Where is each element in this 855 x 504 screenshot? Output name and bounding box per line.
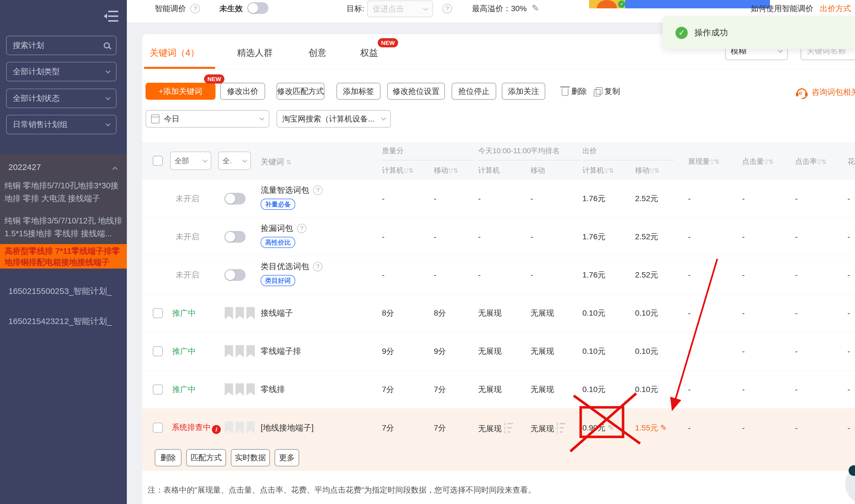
col-bid-mobile[interactable]: 移动▽⇅ [635,165,659,175]
cell-bid-pc: 0.10元 [582,346,606,357]
edit-bid-icon[interactable]: ✎ [608,424,614,432]
chevron-down-icon [105,95,110,100]
sidebar-item-plan[interactable]: 纯铜 零地排5/7/10孔地排3*30接地排 零排 大电流 接线端子 [4,179,123,205]
copy-label: 复制 [605,86,620,97]
tab-audience[interactable]: 精选人群 [237,47,273,59]
search-icon [104,42,110,49]
row-checkbox[interactable] [153,384,163,395]
edit-bid-button[interactable]: 修改出价 [220,83,265,100]
row-status: 未开启 [176,270,199,280]
sidebar-collapse-icon[interactable] [104,10,119,24]
bid-mode-link[interactable]: 出价方式 [820,3,851,14]
footer-delete-button[interactable]: 删除 [155,449,181,466]
col-cost[interactable]: 花 [848,157,855,166]
help-icon[interactable]: ? [313,185,322,195]
plan-status-select[interactable]: 全部计划状态 [6,89,117,108]
col-ctr[interactable]: 点击率▽⇅ [795,157,826,166]
col-rank-pc[interactable]: 计算机 [478,165,500,175]
footer-realtime-button[interactable]: 实时数据 [231,449,270,466]
sort-icon: ⇅ [715,158,719,165]
col-clicks[interactable]: 点击量▽⇅ [742,157,773,166]
sidebar-item-plan[interactable]: 纯铜 零地排3/5/7/10/12孔 地线排1.5*15接地排 零线排 接线端.… [4,214,123,240]
col-impressions[interactable]: 展现量▽⇅ [688,157,719,166]
cell-impressions: - [688,194,691,203]
smart-pricing-help-link[interactable]: 如何使用智能调价 [751,3,813,14]
sidebar-item-plan[interactable]: 1650215423212_智能计划_ [8,316,111,327]
sort-icon: ⇅ [654,167,659,174]
keyword-name: [地线接地端子] [261,422,314,433]
cell-quality-pc: - [382,232,384,241]
bookmark-flags [225,307,255,319]
cell-quality-mobile: 7分 [434,422,446,433]
row-toggle[interactable] [224,269,246,281]
col-quality-mobile[interactable]: 移动▽⇅ [434,165,458,175]
row-checkbox[interactable] [153,308,163,318]
row-checkbox[interactable] [153,422,163,433]
edit-bid-icon[interactable]: ✎ [660,424,667,432]
info-icon[interactable]: i [212,425,221,434]
consult-wordpack-link[interactable]: e 咨询词包相关问 [795,85,855,100]
target-select[interactable]: 促进点击 [367,1,433,17]
target-value: 促进点击 [373,4,404,14]
edit-match-button[interactable]: 修改匹配方式 [277,83,325,100]
plan-group-select[interactable]: 日常销售计划组 [6,115,117,134]
row-toggle[interactable] [224,231,246,243]
cell-clicks: - [742,309,745,318]
col-bid-pc[interactable]: 计算机▽⇅ [582,165,614,175]
col-rank-mobile[interactable]: 移动 [530,165,545,175]
tab-creative[interactable]: 创意 [309,47,327,59]
row-checkbox[interactable] [153,346,163,356]
cell-bid-mobile: 2.52元 [635,232,658,242]
edit-position-button[interactable]: 修改抢位设置 [387,83,445,100]
bookmark-icon [235,345,244,357]
cell-impressions: - [688,347,691,356]
cell-rank-mobile: - [530,271,533,280]
cell-bid-pc: 1.76元 [582,232,606,242]
cell-clicks: - [742,271,745,280]
stop-position-button[interactable]: 抢位停止 [452,83,496,100]
header-filter-select[interactable]: 全部 [170,151,211,170]
delete-button[interactable]: 删除 [562,86,587,97]
help-icon[interactable]: ? [442,4,452,13]
plan-search-input[interactable]: 搜索计划 [6,36,117,55]
edit-premium-icon[interactable]: ✎ [531,3,539,13]
add-tag-button[interactable]: 添加标签 [336,83,381,100]
footer-more-button[interactable]: 更多 [275,449,299,466]
help-icon[interactable]: ? [297,224,307,233]
plan-group-title[interactable]: 2022427 [8,162,41,172]
smart-pricing-label: 智能调价 [155,3,186,14]
select-all-checkbox[interactable] [153,156,163,166]
headset-icon: e [795,85,809,100]
header-filter2-select[interactable]: 全. [218,151,251,170]
cell-rank-mobile: 无展现 [530,384,554,395]
bookmark-icon [225,307,233,319]
plan-type-select[interactable]: 全部计划类型 [6,62,117,82]
cell-clicks: - [742,347,745,356]
add-keyword-button[interactable]: +添加关键词 [145,83,215,100]
tab-keywords[interactable]: 关键词（4） [150,47,199,59]
cell-bid-mobile: 0.10元 [635,346,658,357]
cell-quality-mobile: 8分 [434,308,446,319]
col-keyword[interactable]: 关键词 ⇅ [261,157,291,167]
cell-quality-pc: 8分 [382,308,394,319]
cell-bid-pc: 0.10元 [582,384,606,395]
footer-match-button[interactable]: 匹配方式 [186,449,226,466]
row-toggle[interactable] [224,193,246,204]
date-range-select[interactable]: 今日 [145,110,269,128]
col-quality-pc[interactable]: 计算机▽⇅ [382,165,414,175]
smart-pricing-toggle[interactable] [247,2,268,14]
row-status: 推广中 [172,346,196,357]
help-icon[interactable]: ? [190,4,200,13]
sidebar-item-plan[interactable]: 1650215500253_智能计划_ [8,286,111,297]
add-watch-button[interactable]: 添加关注 [502,83,545,100]
chevron-up-icon[interactable] [112,167,117,172]
help-icon[interactable]: ? [313,262,322,271]
copy-button[interactable]: 复制 [594,86,620,97]
bookmark-icon [235,421,244,434]
tab-benefits[interactable]: 权益 [360,47,378,59]
status-label: 未生效 [220,3,243,14]
search-scope-select[interactable]: 淘宝网搜索（计算机设备... [277,110,391,128]
header-filter2-value: 全. [223,156,232,166]
sidebar-item-plan-selected[interactable]: 高桥型零线排 7*11零线端子排零地排铜排配电箱接地接线端子 [0,244,127,269]
row-status: 推广中 [172,384,196,395]
